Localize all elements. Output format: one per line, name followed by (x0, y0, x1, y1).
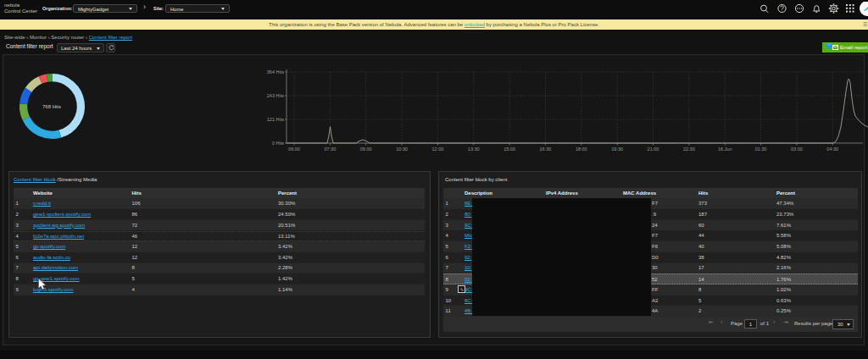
svg-text:364 Hits: 364 Hits (267, 69, 284, 75)
svg-text:01:30: 01:30 (755, 146, 767, 152)
svg-text:16:30: 16:30 (540, 146, 552, 152)
svg-text:16.Jun: 16.Jun (718, 146, 732, 152)
svg-text:22:30: 22:30 (683, 146, 695, 152)
svg-text:243 Hits: 243 Hits (267, 93, 284, 98)
svg-text:12:00: 12:00 (432, 146, 444, 152)
svg-text:09:00: 09:00 (360, 146, 372, 152)
svg-text:10:30: 10:30 (396, 146, 408, 152)
svg-text:04:30: 04:30 (826, 146, 838, 152)
svg-text:18:00: 18:00 (576, 146, 587, 152)
svg-text:0 Hits: 0 Hits (272, 141, 284, 146)
svg-text:03:00: 03:00 (791, 146, 803, 152)
svg-text:06:00: 06:00 (288, 146, 300, 152)
svg-text:21:00: 21:00 (648, 146, 659, 152)
svg-text:121 Hits: 121 Hits (267, 117, 284, 122)
svg-text:19:30: 19:30 (611, 146, 623, 152)
svg-text:15:00: 15:00 (504, 146, 515, 152)
svg-text:07:30: 07:30 (324, 146, 336, 152)
svg-text:13:30: 13:30 (468, 146, 480, 152)
